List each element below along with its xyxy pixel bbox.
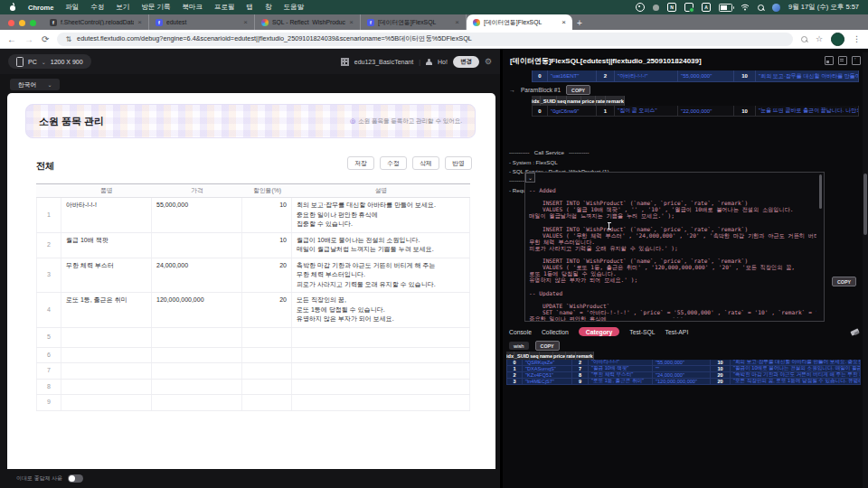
cell-price[interactable] (152, 363, 242, 379)
app-green-status-icon[interactable] (684, 3, 693, 12)
language-selector[interactable]: 한국어 ⌄ (10, 79, 60, 90)
user-icon[interactable] (772, 4, 780, 12)
more-ellipsis[interactable]: ··· (673, 314, 684, 321)
table-row[interactable]: 8 (36, 380, 470, 396)
cell-price[interactable] (152, 395, 242, 410)
change-user-button[interactable]: 변경 (453, 56, 479, 68)
cell-rate[interactable]: 20 (242, 258, 292, 293)
debug-tab[interactable]: Collection (542, 329, 569, 335)
arrow-right-icon[interactable]: → (509, 87, 515, 93)
panel-divider[interactable] (500, 49, 503, 488)
cell-price[interactable]: 120,000,000,000 (152, 293, 242, 327)
category-row[interactable]: 3 "ln4MECjS7" 9 "로또 1등, 출근은 취미" "120,000… (506, 379, 861, 385)
cell-price[interactable] (152, 380, 242, 395)
gear-icon[interactable]: ⚙ (485, 57, 492, 66)
debug-tab[interactable]: Test-SQL (629, 329, 655, 335)
cell-price[interactable]: 55,000,000 (152, 198, 242, 232)
table-row[interactable]: 2 월급 10배 잭팟 10 월급이 10배로 불어나는 전설의 소원입니다. … (36, 233, 470, 258)
action-button[interactable]: 저장 (347, 156, 374, 170)
menubar-item[interactable]: 창 (265, 3, 272, 12)
cell-rate[interactable] (242, 363, 292, 379)
cell-rate[interactable] (242, 380, 292, 395)
apple-icon[interactable] (9, 4, 16, 11)
codebox-scrollbar-thumb[interactable] (819, 174, 822, 209)
copy-button[interactable]: COPY (566, 85, 590, 95)
cell-rate[interactable]: 10 (242, 233, 292, 258)
cell-rate[interactable] (242, 328, 292, 347)
cell-rate[interactable]: 10 (242, 198, 292, 232)
list-view-icon[interactable] (838, 56, 847, 65)
action-button[interactable]: 삭제 (412, 156, 439, 170)
menubar-item[interactable]: 파일 (65, 3, 79, 12)
copy-collection-button[interactable]: COPY (535, 341, 560, 351)
sql-code-box[interactable]: -- Added INSERT INTO `WishProduct` (`nam… (524, 172, 825, 322)
menubar-app-name[interactable]: Chrome (28, 4, 53, 12)
category-row[interactable]: 2 "KZx4FQ51" 8 "무한 체력 부스터" "24,000,000" … (506, 372, 861, 379)
cell-name[interactable] (61, 328, 152, 347)
debug-tab[interactable]: Category (579, 327, 619, 336)
dot-icon[interactable] (653, 5, 659, 11)
debug-tab[interactable]: Console (509, 329, 532, 335)
cell-price[interactable]: 24,000,000 (152, 258, 242, 293)
export-icon[interactable] (852, 56, 861, 65)
scrollbar-thumb[interactable] (863, 174, 867, 235)
site-settings-icon[interactable]: ⇅ (65, 35, 71, 43)
table-row[interactable]: 4 로또 1등, 출근은 취미 120,000,000,000 20 모든 직장… (36, 293, 470, 328)
address-bar[interactable]: ⇅ edutest.flextudio.com/debug?engine=6.4… (57, 33, 793, 46)
window-minimize-button[interactable] (19, 20, 25, 26)
table-row[interactable]: 6 (36, 348, 470, 364)
clear-console-icon[interactable] (851, 328, 860, 335)
tab-close-icon[interactable]: × (561, 19, 566, 26)
menubar-item[interactable]: 프로필 (214, 3, 235, 12)
record-icon[interactable] (636, 3, 645, 12)
notion-icon[interactable]: N (667, 3, 676, 12)
collapse-toggle-icon[interactable]: ⌄ (525, 173, 535, 183)
tab-close-icon[interactable]: × (455, 19, 459, 26)
browser-tab[interactable]: f [데이터연동]FlexSQL × (361, 14, 467, 30)
browser-tab[interactable]: f [데이터연동]FlexSQL × (467, 14, 572, 30)
menubar-item[interactable]: 탭 (246, 3, 253, 12)
collection-chip[interactable]: wish (509, 342, 529, 350)
table-row[interactable]: 1 아바타-!-!-! 55,000,000 10 회의 보고·잡무를 대신할 … (36, 198, 470, 233)
cell-remark[interactable] (292, 328, 470, 347)
bookmark-icon[interactable]: ☆ (816, 34, 823, 43)
table-row[interactable]: 5 (36, 328, 470, 348)
menubar-item[interactable]: 도움말 (283, 3, 304, 12)
table-row[interactable]: 9 (36, 395, 470, 411)
cell-remark[interactable]: 월급이 10배로 불어나는 전설의 소원입니다. 매일이 월급날처럼 느껴지는 … (292, 233, 470, 258)
scrolled-result-row[interactable]: 0 "uat16ENT" 2 "아바타-!-!-!" "55,000,000" … (532, 70, 859, 82)
window-close-button[interactable] (8, 20, 14, 26)
forward-button[interactable]: → (24, 34, 33, 44)
cell-name[interactable]: 아바타-!-!-! (61, 198, 152, 232)
cell-name[interactable]: 무한 체력 부스터 (61, 258, 152, 293)
table-row[interactable]: 3 무한 체력 부스터 24,000,000 20 촉박한 마감 기한과 야근도… (36, 258, 470, 294)
cell-price[interactable] (152, 233, 242, 258)
cell-remark[interactable]: 모든 직장인의 꿈, 로또 1등에 당첨될 수 있습니다. 유명하지 않은 부자… (292, 293, 470, 327)
menubar-item[interactable]: 북마크 (182, 3, 203, 12)
table-row[interactable]: 7 (36, 363, 470, 380)
cell-rate[interactable] (242, 395, 292, 410)
copy-sql-button[interactable]: COPY (832, 277, 856, 286)
new-tab-button[interactable]: + (572, 15, 587, 30)
dock-icon[interactable] (825, 56, 834, 65)
cell-name[interactable] (61, 363, 152, 379)
back-button[interactable]: ← (7, 34, 16, 44)
window-maximize-button[interactable] (30, 20, 36, 26)
cell-name[interactable] (61, 380, 152, 395)
cell-remark[interactable]: 촉박한 마감 기한과 야근도 거뜬히 버티게 해 주는 무한 체력 부스터입니다… (292, 258, 470, 293)
action-button[interactable]: 수정 (380, 156, 407, 170)
cell-remark[interactable]: 회의 보고·잡무를 대신할 아바타를 만들어 보세요. 중요한 일이나 편안한 … (292, 198, 470, 232)
menubar-item[interactable]: 방문 기록 (141, 3, 170, 12)
cell-price[interactable] (152, 328, 242, 347)
tab-close-icon[interactable]: × (349, 19, 354, 26)
cell-price[interactable] (152, 348, 242, 363)
spotlight-icon[interactable] (758, 5, 764, 11)
param-data-row[interactable]: 0 "0gtC6nw9" 1 "집이 곧 오피스" "22,000,000" 1… (532, 106, 859, 117)
cell-remark[interactable] (292, 348, 470, 363)
device-selector[interactable]: PC ⌄ 1200 X 900 (8, 54, 91, 69)
browser-tab[interactable]: f edutest × (149, 14, 255, 30)
footer-toggle-switch[interactable] (68, 474, 83, 483)
profile-avatar[interactable] (831, 33, 844, 46)
debug-tab[interactable]: Test-API (665, 329, 689, 335)
action-button[interactable]: 반영 (445, 156, 472, 170)
